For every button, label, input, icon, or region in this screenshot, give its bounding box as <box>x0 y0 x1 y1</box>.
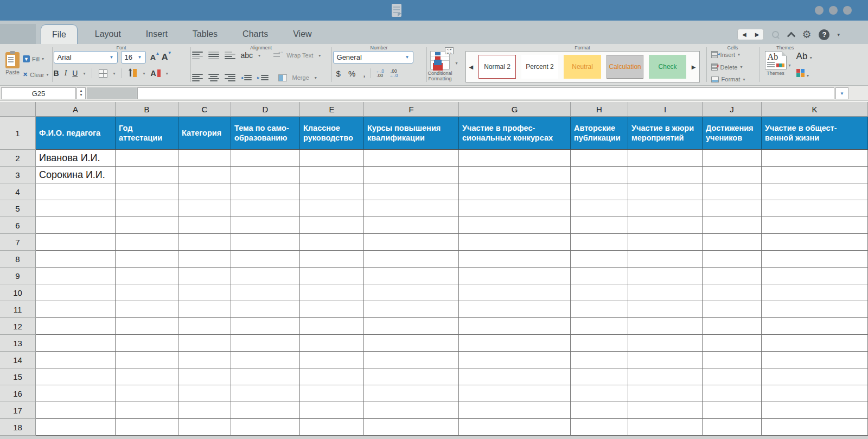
cell-I18[interactable] <box>628 419 703 436</box>
cell-F4[interactable] <box>364 183 459 200</box>
cell-I4[interactable] <box>628 183 703 200</box>
cell-A15[interactable] <box>36 368 116 385</box>
cell-G9[interactable] <box>459 268 571 284</box>
cell-D10[interactable] <box>231 284 300 301</box>
window-control-dot[interactable] <box>815 6 824 15</box>
cell-G15[interactable] <box>459 368 571 385</box>
cell-G18[interactable] <box>459 419 571 436</box>
cell-C4[interactable] <box>178 183 231 200</box>
column-header-H[interactable]: H <box>571 102 628 117</box>
cell-D5[interactable] <box>231 200 300 217</box>
row-header-15[interactable]: 15 <box>0 368 36 385</box>
cell-D4[interactable] <box>231 183 300 200</box>
row-header-10[interactable]: 10 <box>0 284 36 301</box>
cell-C7[interactable] <box>178 234 231 251</box>
cell-G3[interactable] <box>459 167 571 183</box>
window-control-dot[interactable] <box>829 6 838 15</box>
cell-J1[interactable]: Достижения учеников <box>703 117 762 150</box>
cell-C14[interactable] <box>178 352 231 368</box>
cell-E6[interactable] <box>300 217 364 234</box>
cell-K18[interactable] <box>762 419 868 436</box>
grow-font-button[interactable]: A▲ <box>150 53 156 62</box>
grid-corner[interactable] <box>0 102 36 117</box>
cell-D12[interactable] <box>231 318 300 335</box>
chevron-down-icon[interactable]: ▾ <box>113 71 115 76</box>
fill-color-icon[interactable] <box>129 69 137 78</box>
cell-D14[interactable] <box>231 352 300 368</box>
cell-J14[interactable] <box>703 352 762 368</box>
cell-F8[interactable] <box>364 251 459 268</box>
search-icon[interactable] <box>771 30 780 39</box>
gear-icon[interactable]: ⚙ <box>802 29 811 40</box>
cell-I2[interactable] <box>628 150 703 167</box>
cell-A8[interactable] <box>36 251 116 268</box>
cell-C6[interactable] <box>178 217 231 234</box>
cell-E18[interactable] <box>300 419 364 436</box>
cell-G1[interactable]: Участие в профес- сиональных конкурсах <box>459 117 571 150</box>
row-header-9[interactable]: 9 <box>0 268 36 284</box>
cell-E13[interactable] <box>300 335 364 352</box>
cell-B10[interactable] <box>116 284 178 301</box>
cell-G16[interactable] <box>459 385 571 402</box>
cell-B14[interactable] <box>116 352 178 368</box>
cell-H16[interactable] <box>571 385 628 402</box>
cell-K12[interactable] <box>762 318 868 335</box>
style-check[interactable]: Check <box>649 55 686 79</box>
cell-F12[interactable] <box>364 318 459 335</box>
cell-K9[interactable] <box>762 268 868 284</box>
row-header-16[interactable]: 16 <box>0 385 36 402</box>
style-normal2[interactable]: Normal 2 <box>478 55 516 79</box>
cell-D6[interactable] <box>231 217 300 234</box>
row-header-18[interactable]: 18 <box>0 419 36 436</box>
cell-G10[interactable] <box>459 284 571 301</box>
underline-button[interactable]: U <box>72 69 78 78</box>
cell-G6[interactable] <box>459 217 571 234</box>
align-top-icon[interactable] <box>192 52 203 59</box>
cell-H5[interactable] <box>571 200 628 217</box>
cell-C18[interactable] <box>178 419 231 436</box>
collapse-ribbon-icon[interactable] <box>788 31 794 38</box>
column-header-D[interactable]: D <box>231 102 300 117</box>
cell-F1[interactable]: Курсы повышения квалификации <box>364 117 459 150</box>
cell-G5[interactable] <box>459 200 571 217</box>
cell-H8[interactable] <box>571 251 628 268</box>
cell-A17[interactable] <box>36 402 116 419</box>
cell-E2[interactable] <box>300 150 364 167</box>
increase-decimal-button[interactable]: ←.0 .00 <box>373 69 386 78</box>
cell-E5[interactable] <box>300 200 364 217</box>
cell-C17[interactable] <box>178 402 231 419</box>
percent-button[interactable]: % <box>345 69 359 78</box>
borders-icon[interactable] <box>99 69 107 78</box>
cell-C5[interactable] <box>178 200 231 217</box>
column-header-B[interactable]: B <box>116 102 178 117</box>
style-calculation[interactable]: Calculation <box>607 55 644 79</box>
cell-B2[interactable] <box>116 150 178 167</box>
cell-H15[interactable] <box>571 368 628 385</box>
cell-K17[interactable] <box>762 402 868 419</box>
cell-A3[interactable]: Сорокина И.И. <box>36 167 116 183</box>
cell-H18[interactable] <box>571 419 628 436</box>
font-name-select[interactable]: Arial ▼ <box>54 51 118 63</box>
chevron-down-icon[interactable]: ▾ <box>143 71 145 76</box>
cell-G8[interactable] <box>459 251 571 268</box>
align-middle-icon[interactable] <box>208 52 219 59</box>
cell-A1[interactable]: Ф.И.О. педагога <box>36 117 116 150</box>
style-percent2[interactable]: Percent 2 <box>521 55 559 79</box>
gallery-left-icon[interactable]: ◀ <box>469 64 474 70</box>
cell-K3[interactable] <box>762 167 868 183</box>
chevron-down-icon[interactable]: ▾ <box>166 71 168 76</box>
cell-H3[interactable] <box>571 167 628 183</box>
formula-input[interactable] <box>137 87 834 99</box>
cell-F18[interactable] <box>364 419 459 436</box>
delete-cells-button[interactable]: ✗ Delete ▾ <box>711 63 758 71</box>
cell-K14[interactable] <box>762 352 868 368</box>
column-header-G[interactable]: G <box>459 102 571 117</box>
column-header-E[interactable]: E <box>300 102 364 117</box>
cell-B17[interactable] <box>116 402 178 419</box>
cell-I1[interactable]: Участие в жюри мероприятий <box>628 117 703 150</box>
cell-K13[interactable] <box>762 335 868 352</box>
wrap-text-icon[interactable] <box>273 52 281 59</box>
font-size-select[interactable]: 16 ▼ <box>121 51 146 63</box>
bold-button[interactable]: B <box>54 69 59 78</box>
name-box[interactable]: G25 <box>1 87 76 99</box>
